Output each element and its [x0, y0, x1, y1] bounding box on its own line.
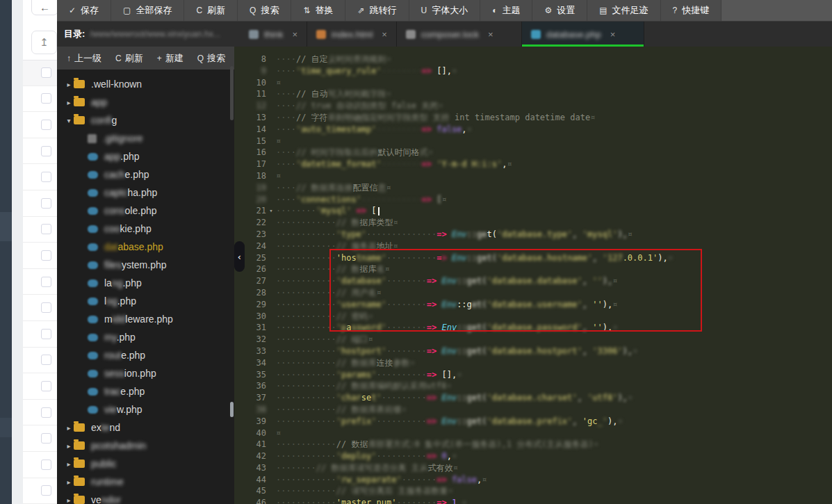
tab-index.html[interactable]: index.html× [307, 22, 397, 47]
code-line: 8····// 自定义时间查询规则¤ [234, 54, 832, 65]
code-line: 20····'connections'············=> [¤ [234, 194, 832, 206]
code-line: 41············// 数据库部署方式:0 集中式(单一服务器),1 … [234, 439, 832, 450]
tree-item[interactable]: log.php [57, 292, 234, 310]
tree-search-button[interactable]: Q搜索 [197, 52, 225, 65]
tree-item[interactable]: ▸extend [57, 418, 234, 437]
upload-button[interactable]: ↥ [31, 31, 57, 54]
tree-scrollbar-thumb[interactable] [230, 402, 234, 417]
save-all-button[interactable]: ▢全部保存 [111, 0, 184, 21]
tree-item[interactable]: captcha.php [57, 184, 234, 202]
php-file-icon [88, 153, 98, 161]
row-checkbox[interactable] [41, 355, 51, 365]
tree-item[interactable]: ▸app [57, 93, 234, 111]
row-checkbox[interactable] [41, 146, 51, 156]
chevron-right-icon[interactable]: ▸ [64, 460, 74, 468]
file-row [23, 478, 57, 504]
row-checkbox[interactable] [41, 407, 51, 418]
fold-gutter [266, 334, 276, 346]
row-checkbox[interactable] [41, 460, 51, 470]
tree-item[interactable]: ▸vendor [57, 491, 234, 504]
line-number: 14 [234, 124, 266, 136]
tree-item[interactable]: ▸.well-known [57, 75, 234, 93]
goto-line-button[interactable]: ⇗跳转行 [345, 0, 409, 21]
chevron-right-icon[interactable]: ▸ [64, 81, 74, 88]
tree-refresh-button[interactable]: C刷新 [115, 52, 143, 65]
chevron-right-icon[interactable]: ▸ [64, 478, 74, 486]
chevron-right-icon[interactable]: ▸ [64, 424, 74, 432]
row-checkbox[interactable] [41, 250, 51, 261]
row-checkbox[interactable] [41, 224, 51, 234]
collapse-sidebar-handle[interactable]: ‹ [234, 241, 245, 272]
row-checkbox[interactable] [41, 433, 51, 444]
row-checkbox[interactable] [41, 120, 51, 130]
tree-item[interactable]: route.php [57, 346, 234, 364]
tree-up-level-button[interactable]: ↑上一级 [67, 52, 101, 65]
row-checkbox[interactable] [41, 93, 51, 104]
row-checkbox[interactable] [41, 329, 51, 339]
tree-item[interactable]: filesystem.php [57, 256, 234, 274]
tree-item[interactable]: session.php [57, 364, 234, 382]
goto-line-icon: ⇗ [357, 6, 364, 15]
close-icon[interactable]: × [488, 29, 494, 40]
tree-item-label: database.php [104, 241, 163, 252]
tree-item[interactable]: my.php [57, 328, 234, 346]
chevron-right-icon[interactable]: ▸ [64, 496, 74, 504]
fold-icon[interactable]: ▾ [266, 205, 276, 217]
tree-item[interactable]: app.php [57, 147, 234, 165]
sidebar-item[interactable] [0, 418, 12, 437]
tab-think[interactable]: think× [240, 22, 307, 47]
tree-item[interactable]: cache.php [57, 165, 234, 184]
row-checkbox[interactable] [41, 485, 51, 496]
tab-label: think [264, 29, 283, 40]
close-icon[interactable]: × [292, 29, 297, 40]
tab-database.php[interactable]: database.php× [522, 22, 644, 47]
save-button[interactable]: ✓保存 [57, 0, 111, 21]
row-checkbox[interactable] [41, 381, 51, 391]
shortcuts-button[interactable]: ?快捷键 [661, 0, 722, 21]
tree-item[interactable]: trace.php [57, 382, 234, 400]
tree-item[interactable]: console.php [57, 202, 234, 220]
fold-gutter [266, 65, 276, 77]
code-text: ············'charset'·········=> Env::ge… [276, 392, 633, 404]
tree-item-label: my.php [104, 332, 136, 343]
row-checkbox[interactable] [41, 302, 51, 313]
code-editor[interactable]: 8····// 自定义时间查询规则¤9····'time_query_rule'… [234, 47, 832, 504]
close-icon[interactable]: × [610, 29, 616, 40]
tree-item[interactable]: ▾config [57, 111, 234, 129]
code-line: 42············'deploy'··········=> 0,¤ [234, 450, 832, 462]
back-button[interactable]: ← [31, 0, 58, 15]
search-button[interactable]: Q搜索 [238, 0, 291, 21]
font-size-button[interactable]: U字体大小 [409, 0, 481, 21]
file-row [23, 190, 57, 217]
row-checkbox[interactable] [41, 67, 51, 78]
tree-item[interactable]: lang.php [57, 274, 234, 292]
tree-item[interactable]: ▸runtime [57, 473, 234, 491]
search-label: 搜索 [261, 4, 279, 17]
tree-item[interactable]: middleware.php [57, 310, 234, 328]
close-icon[interactable]: × [382, 29, 387, 40]
tree-new-button[interactable]: +新建 [157, 52, 183, 65]
chevron-right-icon[interactable]: ▸ [64, 99, 74, 106]
tree-item[interactable]: .gitignore [57, 129, 234, 147]
tree-item[interactable]: view.php [57, 400, 234, 418]
theme-button[interactable]: ◐主题 [480, 0, 532, 21]
code-line: 36············// 数据库编码默认采用utf8¤ [234, 380, 832, 392]
refresh-button[interactable]: C刷新 [184, 0, 238, 21]
code-text: ····// 数据库连接配置信息¤ [276, 182, 391, 194]
row-checkbox[interactable] [41, 277, 51, 287]
tree-item[interactable]: ▸pcotshadmin [57, 437, 234, 455]
tree-item[interactable]: database.php [57, 238, 234, 256]
replace-button[interactable]: ⇅替换 [291, 0, 345, 21]
settings-button[interactable]: ⚙设置 [532, 0, 587, 21]
tree-item[interactable]: ▸public [57, 455, 234, 473]
chevron-down-icon[interactable]: ▾ [64, 117, 74, 124]
chevron-right-icon[interactable]: ▸ [64, 442, 74, 450]
line-number: 39 [234, 416, 266, 428]
tree-item[interactable]: cookie.php [57, 220, 234, 238]
file-history-button[interactable]: ▤文件足迹 [587, 0, 660, 21]
sidebar-active-item[interactable] [0, 212, 12, 241]
tab-composer.lock[interactable]: composer.lock× [397, 22, 522, 47]
tree-scrollbar-track[interactable] [230, 66, 234, 120]
row-checkbox[interactable] [41, 198, 51, 209]
row-checkbox[interactable] [41, 172, 51, 182]
